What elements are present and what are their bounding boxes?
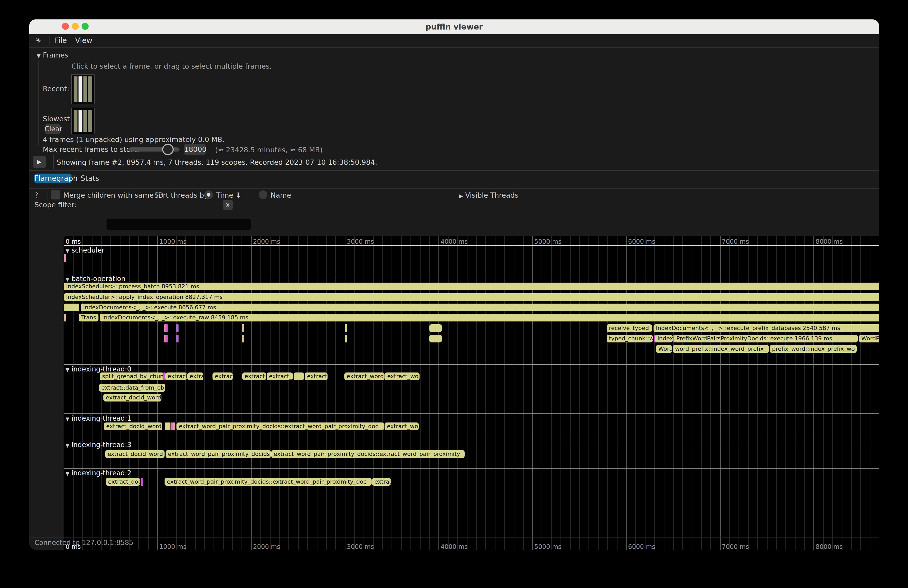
- scope-bar[interactable]: extra: [187, 373, 203, 380]
- thread-header-batch-operation[interactable]: ▼ batch-operation: [66, 275, 126, 283]
- tab-flamegraph[interactable]: Flamegraph: [34, 174, 71, 183]
- thread-header-scheduler[interactable]: ▼ scheduler: [66, 246, 105, 254]
- scope-bar[interactable]: Word: [656, 345, 672, 353]
- scope-bar[interactable]: [165, 423, 170, 430]
- scope-bar[interactable]: extract_doc: [106, 478, 140, 486]
- scope-bar[interactable]: prefix_word::index_prefix_wo: [770, 345, 856, 353]
- scope-bar[interactable]: IndexDocuments<_, _>::execute_prefix_dat…: [654, 324, 879, 332]
- scope-bar[interactable]: [166, 324, 168, 332]
- thread-header-indexing-thread-0[interactable]: ▼ indexing-thread:0: [66, 365, 131, 373]
- scope-bar[interactable]: [345, 324, 347, 332]
- scope-bar[interactable]: extract_word_pair_proximity_docids: [166, 450, 271, 458]
- scope-bar[interactable]: IndexScheduler>::process_batch 8953.821 …: [64, 283, 879, 290]
- scope-bar[interactable]: PrefixWordPairsProximityDocids::execute …: [674, 335, 858, 342]
- scope-bar[interactable]: IndexDocuments<_, _>::execute 8656.677 m…: [81, 304, 879, 312]
- scope-bar[interactable]: [345, 335, 347, 342]
- scope-bar[interactable]: [172, 423, 175, 430]
- max-frames-slider-knob[interactable]: [162, 144, 174, 155]
- scope-bar[interactable]: extract_docid_word: [105, 450, 164, 458]
- section-separator: [64, 274, 879, 274]
- scope-bar[interactable]: [166, 335, 168, 342]
- scope-bar[interactable]: [242, 335, 245, 342]
- frame-bar[interactable]: [89, 76, 92, 102]
- scope-bar[interactable]: extract: [165, 373, 187, 380]
- thread-header-indexing-thread-3[interactable]: ▼ indexing-thread:3: [66, 441, 131, 449]
- collapse-arrow-icon: ▼: [37, 53, 41, 59]
- scope-bar[interactable]: extract_word_pair_proximity_docids::extr…: [177, 423, 384, 430]
- scope-bar[interactable]: [294, 373, 304, 380]
- scope-bar[interactable]: [64, 254, 66, 262]
- scope-bar[interactable]: extract_wo: [385, 423, 419, 430]
- frame-bar[interactable]: [79, 110, 82, 132]
- scope-bar[interactable]: extract_: [267, 373, 293, 380]
- scope-bar[interactable]: extrac: [372, 478, 391, 486]
- scope-bar[interactable]: extract: [305, 373, 328, 380]
- scope-bar[interactable]: IndexScheduler>::apply_index_operation 8…: [64, 293, 879, 301]
- frame-bar[interactable]: [84, 110, 87, 132]
- menu-file[interactable]: File: [55, 34, 67, 47]
- sort-by-time-radio[interactable]: [204, 190, 213, 199]
- clear-frames-button[interactable]: Clear: [45, 124, 61, 134]
- section-separator: [64, 364, 879, 365]
- scope-bar[interactable]: receive_typed_: [607, 324, 652, 332]
- scope-bar[interactable]: [176, 324, 179, 332]
- scope-bar[interactable]: word_prefix::index_word_prefix_: [673, 345, 769, 353]
- theme-toggle-icon[interactable]: ☀: [35, 34, 42, 47]
- play-button[interactable]: ▶: [33, 156, 46, 168]
- axis-tick-label: 6000 ms: [628, 238, 655, 245]
- menu-items: FileView: [50, 34, 97, 39]
- scope-bar[interactable]: split_grenad_by_chun: [100, 373, 164, 380]
- slowest-frames-thumbnail[interactable]: [71, 108, 95, 134]
- scope-bar[interactable]: extract_word: [345, 373, 385, 380]
- frame-bar[interactable]: [74, 110, 77, 132]
- max-frames-label: Max recent frames to store:: [43, 145, 140, 153]
- scope-bar[interactable]: typed_chunk::w: [607, 335, 653, 342]
- scope-bar[interactable]: extract_docid_word: [103, 394, 161, 402]
- scope-bar[interactable]: [64, 304, 79, 312]
- scope-bar[interactable]: [64, 314, 66, 321]
- recent-frames-label: Recent:: [43, 85, 69, 93]
- frame-bar[interactable]: [74, 76, 77, 102]
- scope-bar[interactable]: extract_wo: [385, 373, 420, 380]
- scope-bar[interactable]: extract_docid_word: [104, 423, 162, 430]
- scope-bar[interactable]: [429, 324, 442, 332]
- scope-filter-input[interactable]: [106, 219, 251, 230]
- scope-bar[interactable]: extract::data_from_ob: [99, 384, 165, 392]
- scope-bar[interactable]: extract_: [242, 373, 266, 380]
- max-frames-info: (≈ 23428.5 minutes, ≈ 68 MB): [215, 146, 323, 154]
- scope-bar[interactable]: [176, 335, 179, 342]
- merge-children-checkbox[interactable]: [51, 190, 60, 199]
- scope-bar[interactable]: extract_word_pair_proximity_docids::extr…: [164, 478, 372, 486]
- window-title: puffin viewer: [29, 19, 879, 34]
- help-button[interactable]: ?: [34, 191, 38, 199]
- app-window: puffin viewer ☀ FileView ▼ Frames Click …: [29, 19, 879, 549]
- thread-header-indexing-thread-1[interactable]: ▼ indexing-thread:1: [66, 414, 131, 422]
- scope-bar[interactable]: extrac: [213, 373, 233, 380]
- frames-section-header[interactable]: ▼ Frames: [37, 51, 68, 59]
- collapse-arrow-icon: ▼: [66, 248, 69, 254]
- scope-bar[interactable]: [242, 324, 245, 332]
- visible-threads-toggle[interactable]: ▶ Visible Threads: [459, 191, 518, 199]
- recent-frames-thumbnail[interactable]: [71, 74, 95, 104]
- scope-filter-label: Scope filter:: [34, 201, 76, 209]
- status-bar: Connected to 127.0.0.1:8585: [34, 539, 879, 546]
- scope-bar[interactable]: [429, 335, 442, 342]
- frame-bar[interactable]: [79, 76, 82, 102]
- scope-bar[interactable]: Trans: [79, 314, 98, 321]
- scope-bar[interactable]: index: [655, 335, 673, 342]
- scope-bar[interactable]: WordPr: [859, 335, 879, 342]
- scope-bar[interactable]: IndexDocuments<_, _>::execute_raw 8459.1…: [100, 314, 879, 321]
- sort-by-name-radio[interactable]: [259, 190, 267, 199]
- scope-bar[interactable]: extract_word_pair_proximity_docids::extr…: [271, 450, 465, 458]
- frame-bar[interactable]: [89, 110, 92, 132]
- clear-filter-button[interactable]: x: [223, 200, 233, 210]
- thread-header-indexing-thread-2[interactable]: ▼ indexing-thread:2: [66, 469, 131, 477]
- flamegraph-canvas[interactable]: 0 ms1000 ms2000 ms3000 ms4000 ms5000 ms6…: [64, 236, 879, 549]
- collapse-arrow-icon: ▼: [66, 416, 69, 422]
- scope-bar[interactable]: [141, 478, 143, 486]
- menu-view[interactable]: View: [75, 34, 92, 47]
- max-frames-value[interactable]: 18000: [184, 144, 206, 155]
- tab-stats[interactable]: Stats: [78, 174, 101, 183]
- frame-bar[interactable]: [84, 76, 87, 102]
- title-bar: puffin viewer: [29, 19, 879, 34]
